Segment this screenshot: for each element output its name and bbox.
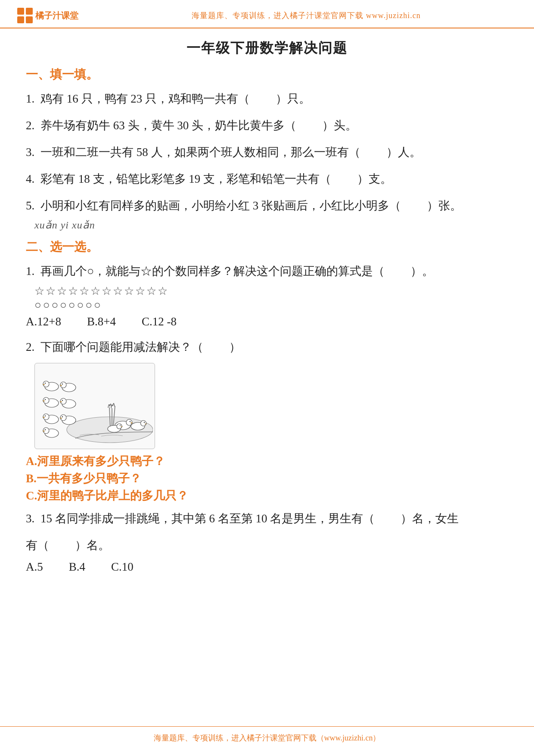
blank-2-3a: [375, 507, 400, 530]
svg-point-15: [117, 424, 122, 429]
svg-point-30: [43, 414, 49, 420]
q1-3-num: 3.: [26, 141, 39, 164]
svg-point-33: [60, 415, 66, 421]
duck-image: [34, 363, 155, 449]
blank-2-3b: [49, 534, 75, 557]
q2-2-num: 2.: [26, 335, 39, 359]
q2-3-num: 3.: [26, 507, 39, 530]
svg-point-25: [45, 399, 46, 400]
option-2-1-a: A.12+8: [26, 315, 61, 328]
q1-5-text: 小明和小红有同样多的贴画，小明给小红 3 张贴画后，小红比小明多（ ）张。: [40, 194, 462, 217]
svg-rect-2: [17, 16, 24, 23]
section2-title: 二、选一选。: [26, 239, 508, 255]
q1-1-text: 鸡有 16 只，鸭有 23 只，鸡和鸭一共有（ ）只。: [40, 87, 310, 110]
option-2-2-c: C.河里的鸭子比岸上的多几只？: [26, 488, 508, 503]
svg-point-13: [144, 422, 145, 423]
blank-1-1: [250, 87, 276, 110]
svg-point-28: [62, 400, 63, 401]
q2-1-num: 1.: [26, 259, 39, 283]
question-2-1: 1. 再画几个○，就能与☆的个数同样多？解决这个问题正确的算式是（ ）。: [26, 259, 508, 283]
svg-point-31: [45, 415, 46, 416]
option-2-3-a: A.5: [26, 560, 43, 574]
logo: 橘子汁课堂: [17, 8, 78, 23]
question-1-3: 3. 一班和二班一共有 58 人，如果两个班人数相同，那么一班有（ ）人。: [26, 141, 508, 164]
blank-2-2: [203, 335, 229, 359]
svg-point-24: [43, 397, 49, 403]
svg-rect-0: [17, 8, 24, 15]
q2-3-text: 15 名同学排成一排跳绳，其中第 6 名至第 10 名是男生，男生有（ ）名，女…: [40, 507, 459, 530]
stars-row: ☆☆☆☆☆☆☆☆☆☆☆☆: [34, 284, 508, 298]
svg-rect-3: [26, 16, 33, 23]
logo-icon: [17, 8, 33, 23]
svg-point-34: [62, 416, 63, 417]
question-1-4: 4. 彩笔有 18 支，铅笔比彩笔多 19 支，彩笔和铅笔一共有（ ）支。: [26, 167, 508, 191]
question-2-3: 3. 15 名同学排成一排跳绳，其中第 6 名至第 10 名是男生，男生有（ ）…: [26, 507, 508, 530]
question-1-5: 5. 小明和小红有同样多的贴画，小明给小红 3 张贴画后，小红比小明多（ ）张。: [26, 194, 508, 217]
blank-1-5: [401, 194, 427, 217]
q1-1-num: 1.: [26, 87, 39, 110]
question-1-1: 1. 鸡有 16 只，鸭有 23 只，鸡和鸭一共有（ ）只。: [26, 87, 508, 110]
svg-point-36: [43, 428, 49, 434]
svg-point-37: [45, 429, 46, 430]
blank-2-1: [385, 259, 410, 283]
svg-point-21: [60, 382, 66, 388]
blank-1-2: [296, 114, 322, 137]
svg-point-10: [130, 421, 130, 422]
option-2-2-b: B.一共有多少只鸭子？: [26, 471, 508, 486]
option-2-1-c: C.12 -8: [142, 315, 177, 328]
question-2-3-cont: 有（ ）名。: [26, 534, 508, 557]
q1-2-num: 2.: [26, 114, 39, 137]
q1-5-num: 5.: [26, 194, 39, 217]
section1-title: 一、填一填。: [26, 66, 508, 83]
q1-2-text: 养牛场有奶牛 63 头，黄牛 30 头，奶牛比黄牛多（ ）头。: [40, 114, 357, 137]
q2-1-options: A.12+8 B.8+4 C.12 -8: [26, 315, 508, 328]
sub-note: xuǎn yi xuǎn: [26, 219, 508, 231]
blank-1-4: [331, 167, 357, 191]
svg-rect-1: [26, 8, 33, 15]
content: 一、填一填。 1. 鸡有 16 只，鸭有 23 只，鸡和鸭一共有（ ）只。 2.…: [0, 66, 534, 606]
logo-text: 橘子汁课堂: [35, 10, 78, 22]
svg-point-18: [43, 381, 49, 387]
q1-3-text: 一班和二班一共有 58 人，如果两个班人数相同，那么一班有（ ）人。: [40, 141, 421, 164]
duck-illustration: [37, 365, 153, 447]
svg-point-19: [45, 383, 46, 384]
svg-point-16: [120, 425, 121, 426]
svg-point-12: [141, 421, 146, 426]
option-2-3-c: C.10: [111, 560, 134, 574]
page-title: 一年级下册数学解决问题: [0, 39, 534, 58]
question-2-2: 2. 下面哪个问题能用减法解决？（ ）: [26, 335, 508, 359]
option-2-1-b: B.8+4: [87, 315, 116, 328]
option-2-2-a: A.河里原来有多少只鸭子？: [26, 453, 508, 469]
q2-2-text: 下面哪个问题能用减法解决？（ ）: [40, 335, 241, 359]
svg-point-27: [60, 398, 66, 404]
q2-3-text2: 有（ ）名。: [26, 534, 110, 557]
option-2-3-b: B.4: [69, 560, 85, 574]
svg-point-22: [62, 384, 63, 384]
header: 橘子汁课堂 海量题库、专项训练，进入橘子汁课堂官网下载 www.juzizhi.…: [0, 0, 534, 28]
q1-4-num: 4.: [26, 167, 39, 191]
q2-3-options: A.5 B.4 C.10: [26, 560, 508, 574]
svg-point-9: [126, 419, 132, 425]
circles-row: ○○○○○○○○: [34, 299, 508, 312]
footer: 海量题库、专项训练，进入橘子汁课堂官网下载（www.juzizhi.cn）: [0, 726, 534, 747]
blank-1-3: [360, 141, 386, 164]
q1-4-text: 彩笔有 18 支，铅笔比彩笔多 19 支，彩笔和铅笔一共有（ ）支。: [40, 167, 392, 191]
q2-1-text: 再画几个○，就能与☆的个数同样多？解决这个问题正确的算式是（ ）。: [40, 259, 434, 283]
question-1-2: 2. 养牛场有奶牛 63 头，黄牛 30 头，奶牛比黄牛多（ ）头。: [26, 114, 508, 137]
header-slogan: 海量题库、专项训练，进入橘子汁课堂官网下载 www.juzizhi.cn: [96, 10, 517, 21]
